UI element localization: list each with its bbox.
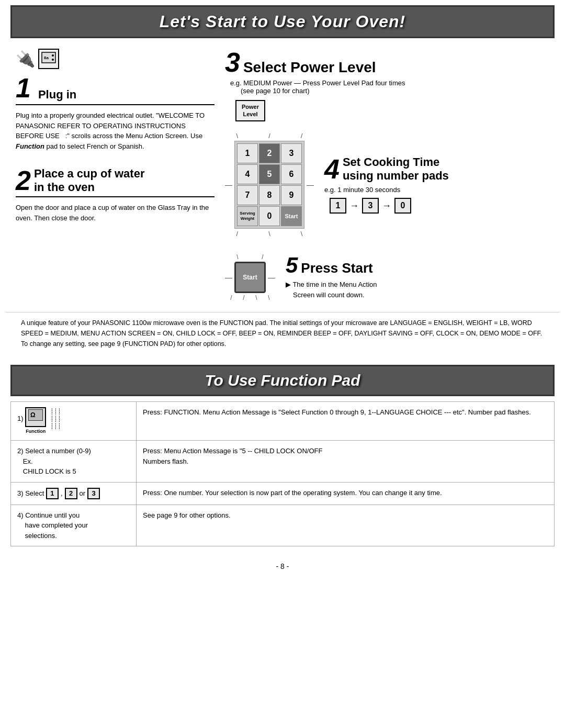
table-cell-left: 1) Ω Function ┊┊┊ ┊┊┊ ┊┊┊	[11, 401, 137, 441]
table-cell-right: Press: Menu Action Message is "5 -- CHIL…	[137, 441, 555, 483]
main-header-banner: Let's Start to Use Your Oven!	[10, 5, 555, 38]
table-cell-left: 3) Select 1 , 2 or 3	[11, 482, 137, 505]
step1-divider	[16, 104, 214, 105]
table-cell-left: 4) Continue until you have completed you…	[11, 505, 137, 546]
step4-title-line1: Set Cooking Time	[343, 155, 449, 169]
start-left-dash: —	[225, 273, 232, 282]
row4-label3: selections.	[17, 531, 130, 541]
start-button-large[interactable]: Start	[234, 262, 266, 293]
keypad-step4-section: \ / / — 1 2 3 4 5 6 7 8	[225, 132, 549, 238]
start-bottom-slashes: //\\	[225, 294, 275, 301]
step5-header: 5 Press Start	[286, 254, 377, 276]
select-key-1[interactable]: 1	[46, 488, 59, 499]
step2-title-line2: in the oven	[34, 181, 145, 194]
key-1[interactable]: 1	[237, 143, 258, 163]
power-level-button[interactable]: PowerLevel	[235, 100, 265, 121]
note-text: A unique feature of your PANASONIC 1100w…	[21, 318, 544, 349]
step1-header: 1 Plug in	[16, 74, 214, 102]
left-slash: —	[225, 181, 232, 189]
key-0[interactable]: 0	[259, 206, 280, 226]
select-key-2[interactable]: 2	[65, 488, 77, 499]
function-icon-inner: Ω	[25, 407, 46, 427]
step2-section: 2 Place a cup of water in the oven Open …	[16, 167, 214, 223]
keypad-area: \ / / — 1 2 3 4 5 6 7 8	[225, 132, 314, 238]
svg-point-3	[52, 59, 54, 61]
step1-body: Plug into a properly grounded electrical…	[16, 110, 214, 151]
step3-section: 3 Select Power Level e.g. MEDIUM Power —…	[225, 49, 549, 121]
key-7[interactable]: 7	[237, 185, 258, 205]
step2-divider	[16, 196, 214, 197]
table-row: 2) Select a number (0-9) Ex. CHILD LOCK …	[11, 441, 555, 483]
table-row: 1) Ω Function ┊┊┊ ┊┊┊ ┊┊┊ Press:	[11, 401, 555, 441]
step2-number: 2	[16, 167, 31, 194]
row4-label2: have completed your	[17, 520, 130, 531]
step1-title: Plug in	[38, 88, 76, 102]
step4-eg: e.g. 1 minute 30 seconds	[324, 186, 449, 194]
step2-body: Open the door and place a cup of water o…	[16, 203, 214, 223]
step5-text-area: 5 Press Start ▶ The time in the Menu Act…	[286, 254, 377, 300]
display-icon: 8a	[38, 49, 59, 69]
right-column: 3 Select Power Level e.g. MEDIUM Power —…	[225, 49, 549, 301]
row2-label: 2) Select a number (0-9)	[17, 446, 130, 456]
time-display: 1 → 3 → 0	[330, 198, 449, 214]
function-table: 1) Ω Function ┊┊┊ ┊┊┊ ┊┊┊ Press:	[10, 401, 555, 547]
arrow-1: →	[349, 200, 359, 211]
main-title: Let's Start to Use Your Oven!	[22, 12, 543, 31]
right-slash: —	[307, 181, 314, 189]
function-header-banner: To Use Function Pad	[10, 365, 555, 396]
keypad-row-wrapper: — 1 2 3 4 5 6 7 8 9	[225, 141, 314, 229]
start-btn-area: \/ — Start — //\\	[225, 253, 275, 301]
plug-icon: 🔌	[16, 50, 35, 68]
key-serving-weight[interactable]: ServingWeight	[237, 206, 258, 226]
plug-icon-area: 🔌 8a	[16, 49, 214, 69]
step3-eg: e.g. MEDIUM Power — Press Power Level Pa…	[230, 79, 549, 95]
step2-header: 2 Place a cup of water in the oven	[16, 167, 214, 194]
key-3[interactable]: 3	[281, 143, 302, 163]
time-key-1: 1	[330, 198, 346, 214]
steps-container: 🔌 8a 1 Plug in Plug into a properly grou…	[0, 38, 565, 312]
table-row: 4) Continue until you have completed you…	[11, 505, 555, 546]
start-right-dash: —	[268, 273, 275, 282]
svg-point-2	[52, 54, 54, 57]
start-btn-label: Start	[243, 274, 257, 281]
step1-number: 1	[16, 74, 31, 102]
func-lines: ┊┊┊ ┊┊┊ ┊┊┊	[50, 408, 61, 430]
time-key-0: 0	[394, 198, 411, 214]
key-5[interactable]: 5	[259, 164, 280, 184]
key-6[interactable]: 6	[281, 164, 302, 184]
table-row: 3) Select 1 , 2 or 3 Press: One number. …	[11, 482, 555, 505]
key-2[interactable]: 2	[259, 143, 280, 163]
arrow-2: →	[382, 200, 391, 211]
step4-title-line2: using number pads	[343, 169, 449, 183]
step5-body: ▶ The time in the Menu Action Screen wil…	[286, 279, 377, 300]
step3-title: Select Power Level	[243, 59, 376, 76]
table-cell-right: See page 9 for other options.	[137, 505, 555, 546]
key-start[interactable]: Start	[281, 206, 302, 226]
step5-number: 5	[286, 254, 298, 276]
keypad-grid: 1 2 3 4 5 6 7 8 9 ServingWeight 0	[234, 141, 304, 229]
power-level-btn-wrapper: PowerLevel	[230, 100, 549, 121]
svg-text:Ω: Ω	[30, 411, 36, 419]
table-cell-left: 2) Select a number (0-9) Ex. CHILD LOCK …	[11, 441, 137, 483]
step5-title: Press Start	[301, 260, 372, 276]
table-cell-right: Press: FUNCTION. Menu Action Message is …	[137, 401, 555, 441]
function-icon: Ω Function	[25, 407, 46, 435]
step5-section: \/ — Start — //\\ 5 Press Start	[225, 253, 549, 301]
step4-header: 4 Set Cooking Time using number pads	[324, 155, 449, 183]
row4-label: 4) Continue until you	[17, 510, 130, 521]
note-section: A unique feature of your PANASONIC 1100w…	[5, 312, 560, 360]
step2-title-line1: Place a cup of water	[34, 167, 145, 181]
top-slashes: \ / /	[225, 132, 314, 140]
key-9[interactable]: 9	[281, 185, 302, 205]
row3-label: 3) Select	[17, 489, 46, 497]
bottom-slashes: / \ \	[225, 230, 314, 238]
row1-label: 1)	[17, 415, 25, 422]
page-number: - 8 -	[0, 557, 565, 576]
step4-number: 4	[324, 155, 340, 183]
select-key-3[interactable]: 3	[87, 488, 100, 499]
step3-number: 3	[225, 49, 240, 76]
or-label2: or	[80, 488, 86, 499]
row2-ex: Ex.	[17, 456, 130, 467]
key-4[interactable]: 4	[237, 164, 258, 184]
key-8[interactable]: 8	[259, 185, 280, 205]
